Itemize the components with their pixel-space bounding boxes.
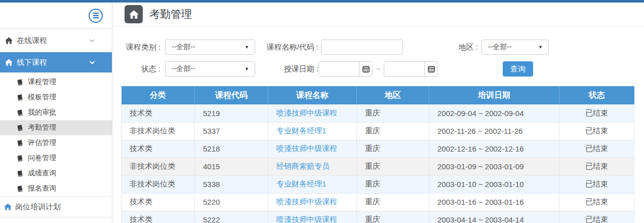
sidebar-item-online-courses[interactable]: 在线课程: [0, 29, 112, 52]
submenu-item-label: 成绩查询: [28, 169, 56, 178]
sidebar-item-attendance-management[interactable]: 考勤管理: [0, 120, 112, 135]
category-select-value: --全部--: [172, 43, 195, 52]
table-row: 非技术岗位类 5337 专业财务经理1 重庆 2002-11-26 ~ 2002…: [122, 122, 634, 140]
cell-course-code: 4015: [195, 158, 268, 175]
book-icon: [17, 94, 23, 101]
course-name-link[interactable]: 喷漆技师中级课程: [276, 108, 337, 117]
cell-training-date: 2002-09-04 ~ 2002-09-04: [429, 104, 559, 122]
cell-training-date: 2002-11-26 ~ 2002-11-26: [429, 122, 559, 140]
attendance-table-wrap: 分类 课程代码 课程名称 地区 培训日期 状态 技术类 5219 喷漆技师中级课…: [121, 86, 634, 223]
cell-category: 非技术岗位类: [122, 175, 195, 193]
sidebar-item-label: 在线课程: [17, 36, 47, 46]
chevron-down-icon: [89, 38, 95, 44]
caret-down-icon: ▼: [538, 45, 543, 50]
submenu-item-label: 我的审批: [28, 108, 56, 117]
book-icon: [17, 170, 23, 177]
status-select[interactable]: --全部-- ▼: [165, 61, 255, 77]
cell-status: 已结束: [559, 140, 634, 158]
cell-course-name: 喷漆技师中级课程: [268, 193, 357, 211]
cell-training-date: 2003-04-14 ~ 2003-04-14: [429, 211, 559, 223]
sidebar-item-template-management[interactable]: 模板管理: [0, 90, 112, 105]
cell-status: 已结束: [559, 122, 634, 140]
cell-region: 重庆: [357, 175, 429, 193]
column-header-course-code: 课程代码: [195, 86, 268, 104]
cell-course-code: 5222: [195, 211, 268, 223]
home-icon: [5, 59, 13, 66]
menu-icon: [92, 12, 100, 19]
sidebar-item-questionnaire-management[interactable]: 问卷管理: [0, 151, 112, 166]
course-name-link[interactable]: 经销商索赔专员: [276, 162, 330, 170]
book-icon: [17, 185, 23, 192]
cell-status: 已结束: [559, 211, 634, 223]
status-select-value: --全部--: [172, 64, 195, 73]
table-row: 技术类 5218 喷漆技师中级课程 重庆 2002-12-16 ~ 2002-1…: [122, 140, 634, 158]
calendar-icon: [428, 65, 435, 72]
submenu-item-label: 评估管理: [28, 138, 56, 147]
search-button[interactable]: 查询: [503, 61, 533, 77]
cell-course-code: 5338: [195, 175, 268, 193]
cell-course-name: 专业财务经理1: [268, 175, 357, 193]
region-select[interactable]: --全部-- ▼: [481, 40, 549, 55]
date-from-group: [318, 61, 373, 77]
caret-down-icon: ▼: [245, 66, 249, 71]
cell-status: 已结束: [559, 158, 634, 175]
region-label: 地区 :: [403, 43, 478, 52]
submenu-item-label: 报名查询: [28, 184, 56, 193]
book-icon: [17, 109, 23, 116]
column-header-course-name: 课程名称: [268, 86, 357, 104]
cell-region: 重庆: [357, 211, 429, 223]
sidebar-brand-area: [0, 3, 112, 29]
cell-region: 重庆: [357, 122, 429, 140]
column-header-region: 地区: [357, 86, 429, 104]
sidebar-item-label: 岗位培训计划: [15, 202, 61, 212]
name-code-input[interactable]: [321, 40, 403, 55]
cell-region: 重庆: [357, 104, 429, 122]
submenu-item-label: 课程管理: [28, 78, 56, 87]
category-label: 课程类别 :: [125, 43, 160, 52]
sidebar-item-post-training-plan[interactable]: 岗位培训计划: [0, 196, 112, 217]
cell-course-name: 喷漆技师中级课程: [268, 140, 357, 158]
cell-category: 技术类: [122, 104, 195, 122]
sidebar-item-my-approvals[interactable]: 我的审批: [0, 105, 112, 120]
course-name-link[interactable]: 喷漆技师中级课程: [276, 215, 337, 223]
book-icon: [17, 79, 23, 86]
submenu-item-label: 模板管理: [28, 93, 56, 102]
date-from-input[interactable]: [319, 62, 359, 76]
attendance-table: 分类 课程代码 课程名称 地区 培训日期 状态 技术类 5219 喷漆技师中级课…: [121, 86, 634, 223]
cell-course-code: 5337: [195, 122, 268, 140]
sidebar-item-score-query[interactable]: 成绩查询: [0, 166, 112, 181]
sidebar-item-offline-courses[interactable]: 线下课程: [0, 52, 112, 72]
date-from-picker-button[interactable]: [359, 62, 372, 76]
date-to-input[interactable]: [384, 62, 424, 76]
cell-course-name: 经销商索赔专员: [268, 158, 357, 175]
table-row: 非技术岗位类 4015 经销商索赔专员 重庆 2003-01-09 ~ 2003…: [122, 158, 634, 175]
sidebar-item-course-management[interactable]: 课程管理: [0, 75, 112, 90]
category-select[interactable]: --全部-- ▼: [165, 40, 255, 55]
cell-category: 非技术岗位类: [122, 122, 195, 140]
sidebar-toggle-button[interactable]: [89, 9, 103, 23]
cell-status: 已结束: [559, 175, 634, 193]
table-row: 非技术岗位类 5338 专业财务经理1 重庆 2003-01-10 ~ 2003…: [122, 175, 634, 193]
date-to-group: [384, 61, 438, 77]
cell-category: 非技术岗位类: [122, 158, 195, 175]
sidebar-item-registration-query[interactable]: 报名查询: [0, 181, 112, 196]
cell-category: 技术类: [122, 140, 195, 158]
home-icon: [5, 37, 13, 44]
sidebar-item-evaluation-management[interactable]: 评估管理: [0, 135, 112, 151]
table-header-row: 分类 课程代码 课程名称 地区 培训日期 状态: [122, 86, 634, 104]
date-range-separator: ~: [373, 65, 384, 73]
course-name-link[interactable]: 专业财务经理1: [276, 179, 326, 188]
main-content: 考勤管理 课程类别 : --全部-- ▼ 课程名称/代码 : 地区 : --全部…: [112, 3, 644, 223]
course-name-link[interactable]: 喷漆技师中级课程: [276, 197, 337, 206]
date-to-picker-button[interactable]: [424, 62, 437, 76]
page-header: 考勤管理: [112, 3, 644, 26]
app-layout: 在线课程 线下课程 课程管理 模板管理 我的审批 考勤管理: [0, 3, 644, 223]
region-select-value: --全部--: [488, 43, 512, 52]
table-row: 技术类 5220 喷漆技师中级课程 重庆 2003-01-16 ~ 2003-0…: [122, 193, 634, 211]
cell-course-name: 喷漆技师中级课程: [268, 104, 357, 122]
cell-region: 重庆: [357, 158, 429, 175]
cell-course-code: 5220: [195, 193, 268, 211]
course-name-link[interactable]: 专业财务经理1: [276, 126, 326, 135]
cell-training-date: 2003-01-16 ~ 2003-01-16: [429, 193, 559, 211]
course-name-link[interactable]: 喷漆技师中级课程: [276, 144, 337, 153]
